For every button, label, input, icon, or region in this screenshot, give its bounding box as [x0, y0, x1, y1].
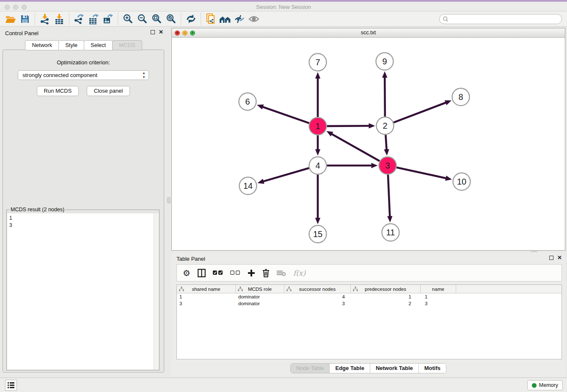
export-network-icon[interactable] — [72, 13, 86, 25]
node-7[interactable]: 7 — [309, 54, 327, 71]
tab-motifs[interactable]: Motifs — [419, 364, 446, 373]
network-canvas[interactable]: 7968124314101511 — [172, 38, 565, 250]
panel-divider-grip[interactable] — [167, 197, 171, 203]
network-canvas-area[interactable]: 7968124314101511 — [172, 38, 565, 250]
table-row[interactable]: 3dominator323 — [177, 300, 561, 307]
column-header-predecessor-nodes[interactable]: predecessor nodes — [351, 285, 421, 293]
cell-successor-nodes[interactable]: 4 — [284, 293, 351, 300]
cell-successor-nodes[interactable]: 3 — [284, 300, 351, 307]
control-panel: Control Panel ✕ NetworkStyleSelectMCDS O… — [0, 27, 167, 378]
edge-1-4[interactable] — [315, 135, 320, 156]
close-panel-icon[interactable]: ✕ — [159, 30, 163, 34]
tab-edge-table[interactable]: Edge Table — [330, 364, 370, 373]
task-history-button[interactable] — [5, 380, 17, 391]
main-toolbar — [0, 11, 567, 27]
cell-shared-name[interactable]: 1 — [177, 293, 236, 300]
network-window-titlebar[interactable]: ✕ − + scc.txt — [172, 28, 565, 38]
edge-3-1[interactable] — [326, 131, 380, 161]
delete-table-icon[interactable] — [277, 268, 286, 279]
mcds-result-title: MCDS result (2 nodes) — [9, 207, 66, 213]
table-settings-icon[interactable]: ⚙ — [183, 268, 190, 279]
node-2[interactable]: 2 — [377, 117, 394, 135]
edge-2-9[interactable] — [382, 71, 387, 116]
edge-4-15[interactable] — [315, 175, 320, 224]
search-field[interactable] — [439, 14, 562, 24]
edge-1-6[interactable] — [257, 105, 309, 123]
edge-3-10[interactable] — [396, 168, 452, 181]
close-panel-button[interactable]: Close panel — [87, 86, 130, 96]
table-toolbar: ⚙ f(x) — [176, 264, 562, 282]
clone-network-icon[interactable] — [204, 13, 218, 25]
node-4[interactable]: 4 — [309, 157, 327, 174]
node-3[interactable]: 3 — [379, 157, 396, 174]
close-table-panel-icon[interactable]: ✕ — [557, 256, 562, 260]
vertical-split-divider[interactable] — [167, 27, 171, 378]
zoom-out-icon[interactable] — [135, 13, 149, 25]
node-9[interactable]: 9 — [376, 53, 394, 70]
node-15[interactable]: 15 — [309, 226, 327, 243]
cell-name[interactable]: 3 — [421, 300, 456, 307]
run-mcds-button[interactable]: Run MCDS — [37, 86, 79, 96]
column-header-shared-name[interactable]: shared name — [177, 285, 236, 293]
open-file-icon[interactable] — [3, 13, 18, 25]
edge-1-7[interactable] — [315, 72, 320, 117]
add-column-icon[interactable] — [248, 268, 255, 279]
split-panel-icon[interactable] — [198, 268, 206, 279]
show-all-icon[interactable] — [247, 13, 261, 25]
cell-mcds-role[interactable]: dominator — [236, 293, 284, 300]
search-input[interactable] — [449, 15, 561, 23]
cell-mcds-role[interactable]: dominator — [236, 300, 284, 307]
tab-network-table[interactable]: Network Table — [370, 364, 419, 373]
node-14[interactable]: 14 — [239, 177, 257, 195]
import-network-icon[interactable] — [38, 13, 52, 25]
tab-node-table[interactable]: Node Table — [291, 364, 330, 373]
save-session-icon[interactable] — [18, 13, 32, 25]
result-scrollbar[interactable] — [154, 213, 159, 370]
show-columns-icon[interactable] — [213, 268, 223, 279]
tab-mcds[interactable]: MCDS — [112, 40, 142, 50]
toolbar-separator — [181, 13, 181, 25]
edge-1-2[interactable] — [327, 123, 375, 128]
column-header-mcds-role[interactable]: MCDS role — [236, 285, 284, 293]
cell-predecessor-nodes[interactable]: 2 — [351, 300, 421, 307]
column-header-name[interactable]: name — [421, 285, 456, 293]
apply-layout-icon[interactable] — [184, 13, 198, 25]
edge-4-3[interactable] — [327, 163, 378, 168]
hide-selected-icon[interactable] — [232, 13, 247, 25]
column-header-successor-nodes[interactable]: successor nodes — [284, 285, 351, 293]
edge-3-11[interactable] — [387, 174, 392, 222]
cell-predecessor-nodes[interactable]: 1 — [351, 293, 421, 300]
cell-shared-name[interactable]: 3 — [177, 300, 236, 307]
edge-4-14[interactable] — [258, 168, 309, 184]
criterion-dropdown[interactable]: strongly connected component ▲▼ — [18, 70, 149, 80]
delete-column-icon[interactable] — [262, 268, 270, 279]
node-6[interactable]: 6 — [239, 93, 256, 110]
export-table-icon[interactable] — [86, 13, 101, 25]
memory-button[interactable]: Memory — [527, 380, 563, 390]
tab-style[interactable]: Style — [58, 40, 84, 50]
mcds-result-list[interactable]: 1 3 — [7, 213, 159, 370]
hide-columns-icon[interactable] — [230, 268, 240, 279]
edge-2-8[interactable] — [394, 100, 451, 122]
export-image-icon[interactable] — [101, 13, 115, 25]
node-11[interactable]: 11 — [382, 224, 399, 241]
node-8[interactable]: 8 — [452, 88, 470, 106]
zoom-fit-icon[interactable] — [149, 13, 164, 25]
float-table-panel-icon[interactable] — [549, 256, 553, 260]
node-1[interactable]: 1 — [309, 118, 327, 135]
node-10[interactable]: 10 — [453, 173, 471, 190]
float-panel-icon[interactable] — [151, 30, 155, 34]
import-table-icon[interactable] — [52, 13, 66, 25]
mcds-panel: Optimization criterion: strongly connect… — [3, 50, 164, 373]
function-builder-icon[interactable]: f(x) — [293, 268, 306, 279]
first-neighbors-icon[interactable] — [218, 13, 232, 25]
table-row[interactable]: 1dominator411 — [177, 293, 561, 300]
control-panel-header: Control Panel ✕ — [0, 27, 167, 39]
cell-name[interactable]: 1 — [421, 293, 456, 300]
edge-2-3[interactable] — [384, 135, 389, 155]
tab-select[interactable]: Select — [84, 40, 113, 50]
zoom-in-icon[interactable] — [121, 13, 135, 25]
zoom-selected-icon[interactable] — [164, 13, 178, 25]
node-table[interactable]: shared nameMCDS rolesuccessor nodesprede… — [176, 284, 562, 359]
tab-network[interactable]: Network — [25, 40, 59, 50]
